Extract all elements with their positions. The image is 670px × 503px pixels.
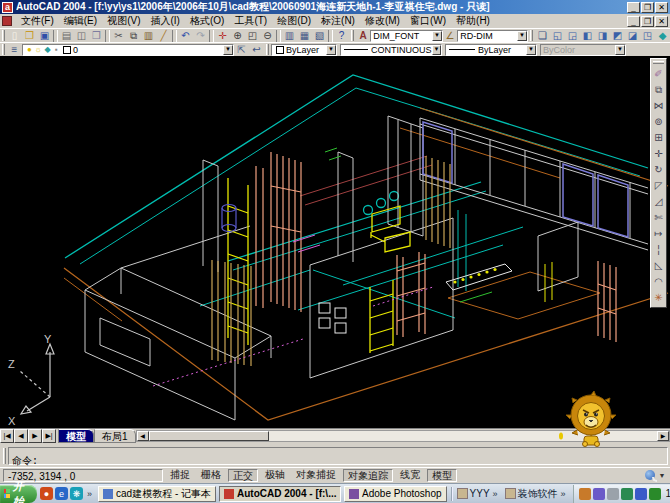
designcenter-icon[interactable]: ▦ (297, 29, 312, 42)
match-properties-icon[interactable]: ╱ (156, 29, 171, 42)
drawing-canvas[interactable]: Y X Z (0, 56, 670, 428)
restore-button[interactable]: ❐ (641, 2, 654, 13)
menu-item[interactable]: 视图(V) (102, 14, 145, 28)
otrack-toggle[interactable]: 对象追踪 (343, 469, 393, 482)
trim-icon[interactable]: ✄ (652, 210, 666, 226)
menu-item[interactable]: 绘图(D) (272, 14, 316, 28)
sw-isometric-view-icon[interactable]: ◳ (640, 29, 655, 42)
front-view-icon[interactable]: ◩ (610, 29, 625, 42)
rotate-icon[interactable]: ↻ (652, 162, 666, 178)
tab-layout1[interactable]: 布局1 (94, 429, 136, 443)
toolbar-separator[interactable] (276, 30, 281, 42)
coordinate-readout[interactable]: -7352, 3194 , 0 (3, 469, 163, 482)
quicklaunch-msn-icon[interactable]: ❋ (70, 487, 83, 500)
stretch-icon[interactable]: ◿ (652, 194, 666, 210)
chamfer-icon[interactable]: ◺ (652, 258, 666, 274)
tab-nav-button[interactable]: ▶| (42, 429, 56, 443)
menu-item[interactable]: 文件(F) (16, 14, 59, 28)
toolbar-grip[interactable] (2, 30, 5, 41)
plot-icon[interactable]: ▤ (59, 29, 74, 42)
open-icon[interactable]: ❐ (22, 29, 37, 42)
dropdown-arrow-icon[interactable] (517, 31, 527, 41)
scroll-left-icon[interactable]: ◀ (137, 431, 149, 441)
toolbar-separator[interactable] (53, 30, 58, 42)
tray-volume-icon[interactable] (607, 488, 619, 500)
scrollbar-thumb[interactable] (149, 431, 269, 441)
polar-toggle[interactable]: 极轴 (261, 469, 289, 482)
task-autocad[interactable]: AutoCAD 2004 - [f:\... (219, 486, 341, 502)
tray-firewall-shield-icon[interactable] (635, 488, 647, 500)
menu-item[interactable]: 工具(T) (229, 14, 272, 28)
fillet-icon[interactable]: ◠ (652, 274, 666, 290)
snap-toggle[interactable]: 捕捉 (166, 469, 194, 482)
quicklaunch-player-icon[interactable]: ● (40, 487, 53, 500)
tab-nav-button[interactable]: ▶ (28, 429, 42, 443)
break-icon[interactable]: ¦ (652, 242, 666, 258)
extend-icon[interactable]: ↦ (652, 226, 666, 242)
new-icon[interactable]: ▯ (7, 29, 22, 42)
publish-icon[interactable]: ❒ (89, 29, 104, 42)
erase-icon[interactable]: ✐ (652, 66, 666, 82)
make-object-layer-current-icon[interactable]: ⇱ (234, 43, 249, 56)
tray-rising-icon[interactable] (649, 488, 661, 500)
toolbar-grip[interactable] (2, 44, 5, 55)
status-tray-arrow-icon[interactable]: ▼ (657, 472, 667, 479)
menu-item[interactable]: 窗口(W) (405, 14, 451, 28)
paste-icon[interactable]: ▥ (141, 29, 156, 42)
zoom-realtime-icon[interactable]: ⊕ (230, 29, 245, 42)
quicklaunch-overflow-icon[interactable]: » (84, 489, 95, 499)
toolbar-grip[interactable] (530, 30, 533, 41)
task-photoshop[interactable]: Adobe Photoshop (344, 486, 447, 502)
color-control-combo[interactable]: ByLayer (271, 44, 337, 56)
text-style-icon[interactable]: A (356, 29, 370, 42)
tab-nav-button[interactable]: |◀ (0, 429, 14, 443)
dim-style-icon[interactable]: ∠ (443, 29, 457, 42)
horizontal-scrollbar[interactable]: ◀ ▶ (136, 430, 670, 442)
toolbar-grip[interactable] (653, 61, 664, 64)
offset-icon[interactable]: ⊚ (652, 114, 666, 130)
scroll-right-icon[interactable]: ▶ (657, 431, 669, 441)
scale-icon[interactable]: ◸ (652, 178, 666, 194)
toolbar-separator[interactable] (172, 30, 177, 42)
start-button[interactable]: 开始 (0, 485, 37, 503)
minimize-button[interactable]: _ (627, 2, 640, 13)
toolbar-separator[interactable] (328, 30, 333, 42)
command-input[interactable]: 命令: (8, 447, 668, 465)
layer-combo[interactable]: ●☼◆▪ 0 (22, 44, 234, 56)
array-icon[interactable]: ⊞ (652, 130, 666, 146)
right-view-icon[interactable]: ◨ (595, 29, 610, 42)
ortho-toggle[interactable]: 正交 (228, 469, 258, 482)
dim-style-combo[interactable]: RD-DIM (457, 30, 528, 42)
dropdown-arrow-icon[interactable] (326, 45, 336, 55)
help-icon[interactable]: ? (334, 29, 349, 42)
linetype-control-combo[interactable]: CONTINUOUS (340, 44, 442, 56)
tab-nav-button[interactable]: ◀ (14, 429, 28, 443)
tray-im-icon[interactable] (579, 488, 591, 500)
model-space-toggle[interactable]: 模型 (427, 469, 457, 482)
title-bar[interactable]: a AutoCAD 2004 - [f:\yy\ys1\2006年\2006年1… (0, 0, 670, 14)
move-icon[interactable]: ✛ (652, 146, 666, 162)
named-views-icon[interactable]: ❏ (535, 29, 550, 42)
back-view-icon[interactable]: ◪ (625, 29, 640, 42)
doc-minimize-button[interactable]: _ (627, 16, 640, 27)
menu-item[interactable]: 格式(O) (185, 14, 229, 28)
dropdown-arrow-icon[interactable] (223, 45, 233, 55)
zoom-previous-icon[interactable]: ⊖ (260, 29, 275, 42)
save-icon[interactable]: ▣ (37, 29, 52, 42)
tray-messenger-icon[interactable] (593, 488, 605, 500)
command-window-grip[interactable] (3, 448, 6, 464)
top-view-icon[interactable]: ◱ (550, 29, 565, 42)
doc-restore-button[interactable]: ❐ (641, 16, 654, 27)
lineweight-control-combo[interactable]: ByLayer (445, 44, 537, 56)
communication-center-icon[interactable] (643, 469, 657, 482)
toolbar-separator[interactable] (105, 30, 110, 42)
toolpalettes-icon[interactable]: ▧ (312, 29, 327, 42)
bottom-view-icon[interactable]: ◲ (565, 29, 580, 42)
cut-icon[interactable]: ✂ (111, 29, 126, 42)
undo-icon[interactable]: ↶ (178, 29, 193, 42)
quicklaunch-ie-icon[interactable]: e (55, 487, 68, 500)
tab-model[interactable]: 模型 (58, 429, 94, 443)
deskband-decor-software[interactable]: 装饰软件 » (505, 487, 569, 501)
task-notepad[interactable]: cad建模教程 - 记事本 (98, 486, 216, 502)
properties-icon[interactable]: ▥ (282, 29, 297, 42)
